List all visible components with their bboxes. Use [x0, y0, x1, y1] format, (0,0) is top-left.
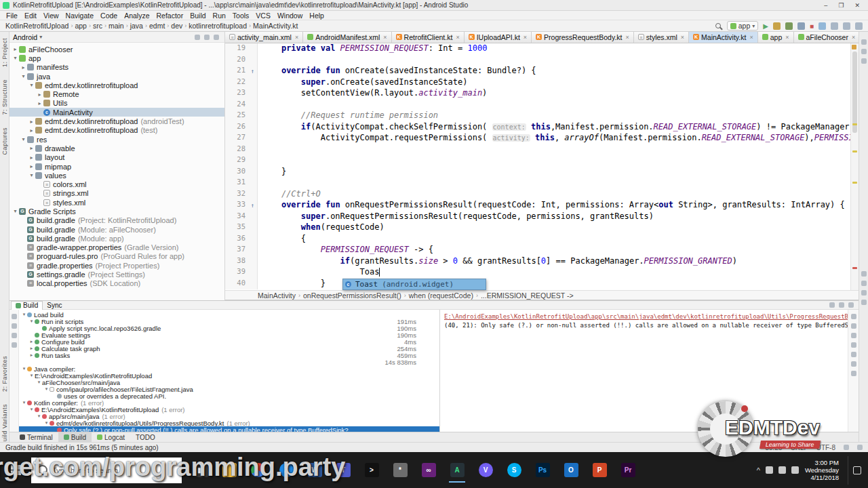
menu-analyze[interactable]: Analyze [121, 12, 153, 20]
project-tree-item[interactable]: ▸Remote [9, 89, 224, 98]
build-tree-item[interactable]: ▾E:\AndroidExamples\KotlinRetrofitUpload [19, 372, 439, 379]
powerpoint-taskbar-button[interactable]: P [589, 456, 610, 485]
project-tree-item[interactable]: ▾values [9, 171, 224, 180]
menu-code[interactable]: Code [97, 12, 121, 20]
project-tree-item[interactable]: ▸edmt.dev.kotlinretrofitupload(test) [9, 126, 224, 135]
photoshop-taskbar-button[interactable]: Ps [532, 456, 553, 485]
tab-progressrequestbody-kt[interactable]: KProgressRequestBody.kt× [532, 32, 634, 43]
android-studio-taskbar-button[interactable]: A [446, 456, 468, 485]
project-tree-item[interactable]: Gbuild.gradle(Module: app) [9, 234, 224, 243]
tab-build[interactable]: Build [11, 301, 43, 310]
assistant-icon[interactable] [861, 300, 867, 305]
scrollbar-thumb[interactable] [852, 52, 857, 133]
breadcrumb-item[interactable]: MainActivity [258, 291, 296, 300]
cmd-taskbar-button[interactable]: > [361, 456, 382, 485]
chevron-right-icon[interactable]: ▸ [36, 100, 43, 106]
chevron-down-icon[interactable]: ▾ [28, 319, 35, 324]
menu-file[interactable]: File [3, 12, 21, 20]
chevron-down-icon[interactable]: ▾ [21, 312, 27, 317]
avd-manager-button[interactable] [818, 22, 826, 30]
breadcrumb-item[interactable]: onRequestPermissionsResult() [303, 291, 401, 300]
sdk-manager-button[interactable] [843, 22, 850, 30]
code-line[interactable]: 21↑ override fun onCreate(savedInstanceS… [225, 66, 859, 77]
tab-iuploadapi-kt[interactable]: KIUploadAPI.kt× [465, 32, 532, 43]
project-tree-item[interactable]: ▸aFileChooser [9, 45, 224, 54]
chevron-down-icon[interactable]: ▾ [28, 407, 35, 412]
tool-tab-2-favorites[interactable]: 2: Favorites [1, 350, 8, 398]
build-tree-item[interactable]: ▾Run init scripts191ms [19, 318, 439, 325]
settings-icon[interactable] [195, 35, 200, 40]
apply-changes-button[interactable] [773, 22, 781, 30]
breadcrumb-item[interactable]: app [75, 22, 87, 30]
chevron-down-icon[interactable]: ▾ [28, 82, 35, 88]
menu-vcs[interactable]: VCS [252, 12, 274, 20]
chevron-down-icon[interactable]: ▾ [12, 208, 19, 214]
project-tree-item[interactable]: ≡proguard-rules.pro(ProGuard Rules for a… [9, 252, 224, 261]
build-tree-item[interactable]: ▾edmt/dev/kotlinretrofitupload/Utils/Pro… [19, 420, 439, 426]
collapse-all-icon[interactable] [204, 35, 210, 40]
code-line[interactable]: 26 if(ActivityCompat.checkSelfPermission… [225, 122, 859, 134]
close-icon[interactable]: × [456, 34, 459, 41]
close-icon[interactable]: × [852, 34, 855, 41]
caret-position[interactable]: 39:25 [766, 444, 783, 451]
code-line[interactable]: 35 when(requestCode) [225, 222, 859, 234]
tab-afilechooser[interactable]: aFileChooser× [794, 32, 859, 43]
soft-wrap-icon[interactable] [851, 352, 856, 357]
build-tree-item[interactable]: Evaluate settings190ms [19, 331, 439, 338]
tool-tab-terminal[interactable]: Terminal [14, 432, 58, 443]
code-line[interactable]: 31 [225, 178, 859, 189]
project-view-selector[interactable]: Android [13, 33, 37, 41]
close-icon[interactable]: × [785, 34, 789, 41]
close-button[interactable]: ✕ [854, 2, 860, 9]
build-tree-item[interactable]: ▸Configure build4ms [19, 338, 439, 345]
close-icon[interactable]: × [749, 34, 753, 41]
task-view-taskbar-button[interactable]: ▦ [190, 456, 212, 485]
build-tree-item[interactable]: ▾Java compiler: [19, 365, 439, 372]
code-line[interactable]: 25 //Request runtime permission [225, 110, 859, 122]
menu-refactor[interactable]: Refactor [153, 12, 187, 20]
warning-stripe-mark[interactable] [852, 123, 857, 125]
tab-app[interactable]: app× [758, 32, 794, 43]
project-tree-item[interactable]: ≡styles.xml [9, 198, 224, 207]
close-icon[interactable]: × [524, 34, 527, 41]
collapse-all-icon[interactable] [851, 342, 856, 348]
next-message-icon[interactable] [851, 323, 856, 329]
tab-mainactivity-kt[interactable]: KMainActivity.kt× [689, 32, 758, 43]
project-tree-item[interactable]: ≡strings.xml [9, 189, 224, 198]
lock-icon[interactable] [844, 445, 849, 450]
resource-manager-icon[interactable] [861, 58, 867, 64]
action-center-button[interactable] [848, 456, 865, 485]
build-tree-item[interactable]: 14s 838ms [19, 359, 439, 365]
menu-tools[interactable]: Tools [229, 12, 253, 20]
code-line[interactable]: 19 private val PERMISSION_REQUEST: Int =… [225, 43, 859, 55]
project-tree-item[interactable]: Gbuild.gradle(Project: KotlinRetrofitUpl… [9, 216, 224, 225]
tool-tab-7-structure[interactable]: 7: Structure [1, 73, 8, 121]
tray-network-icon[interactable] [766, 466, 773, 474]
close-icon[interactable]: × [383, 34, 387, 41]
chevron-right-icon[interactable]: ▸ [28, 163, 35, 169]
settings-icon[interactable] [829, 302, 835, 308]
menu-view[interactable]: View [40, 12, 62, 20]
project-tree-item[interactable]: ≡gradle-wrapper.properties(Gradle Versio… [9, 243, 224, 252]
project-tree-item[interactable]: ▸layout [9, 153, 224, 162]
breadcrumb-item[interactable]: main [108, 22, 124, 30]
build-tree-item[interactable]: ▾Kotlin compiler:(1 error) [19, 399, 439, 406]
code-line[interactable]: 29 [225, 155, 859, 167]
editor-scrollbar[interactable] [850, 43, 859, 290]
search-icon[interactable] [715, 23, 721, 28]
editor[interactable]: 19 private val PERMISSION_REQUEST: Int =… [225, 43, 859, 290]
code-line[interactable]: 27 ActivityCompat.requestPermissions( ac… [225, 133, 859, 144]
collapse-icon[interactable] [839, 302, 844, 308]
expand-all-icon[interactable] [851, 333, 856, 338]
code-line[interactable]: 34 super.onRequestPermissionsResult(requ… [225, 211, 859, 223]
project-tree-item[interactable]: cMainActivity [9, 108, 224, 117]
viber-taskbar-button[interactable]: V [475, 456, 496, 485]
hide-icon[interactable] [214, 35, 219, 40]
collapse-all-icon[interactable] [12, 333, 17, 338]
project-tree-item[interactable]: ▸edmt.dev.kotlinretrofitupload(androidTe… [9, 117, 224, 125]
build-tree-item[interactable]: Apply script sync.local.repo3626.gradle1… [19, 325, 439, 331]
gradle-icon[interactable] [861, 39, 867, 45]
code-line[interactable]: 40 } [225, 279, 859, 290]
project-tree-item[interactable]: ▸Utils [9, 99, 224, 108]
project-tree-item[interactable]: ≡local.properties(SDK Location) [9, 279, 224, 288]
